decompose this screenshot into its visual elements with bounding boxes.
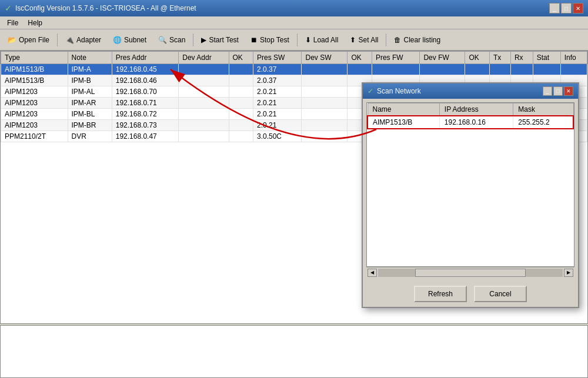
table-cell bbox=[229, 75, 253, 86]
toolbar: 📂 Open File 🔌 Adapter 🌐 Subnet 🔍 Scan ▶ … bbox=[0, 29, 588, 51]
dialog-footer: Refresh Cancel bbox=[363, 281, 578, 307]
set-all-button[interactable]: ⬆ Set All bbox=[345, 32, 383, 48]
dialog-title-icon: ✓ bbox=[368, 87, 373, 95]
dialog-title-bar: ✓ Scan Network _ □ ✕ bbox=[363, 83, 578, 99]
table-cell: 192.168.0.71 bbox=[112, 98, 179, 109]
table-cell bbox=[179, 120, 229, 131]
scan-network-dialog: ✓ Scan Network _ □ ✕ Name IP Address Mas… bbox=[362, 82, 579, 308]
scan-col-ip: IP Address bbox=[439, 103, 513, 116]
start-test-button[interactable]: ▶ Start Test bbox=[196, 32, 243, 48]
stop-test-button[interactable]: ⏹ Stop Test bbox=[245, 32, 295, 48]
minimize-button[interactable]: _ bbox=[549, 3, 560, 14]
table-cell: IPM-AR bbox=[68, 98, 112, 109]
table-cell bbox=[465, 64, 489, 75]
table-cell: 2.0.37 bbox=[253, 75, 302, 86]
dialog-maximize-button[interactable]: □ bbox=[553, 86, 563, 96]
table-cell bbox=[348, 64, 372, 75]
scroll-thumb[interactable] bbox=[415, 269, 526, 277]
table-cell bbox=[179, 109, 229, 120]
dialog-window-controls: _ □ ✕ bbox=[543, 86, 573, 96]
table-cell bbox=[302, 120, 348, 131]
table-cell: 192.168.0.72 bbox=[112, 109, 179, 120]
table-row[interactable]: AIPM1513/BIPM-A192.168.0.452.0.37 bbox=[1, 64, 587, 75]
table-cell: 2.0.21 bbox=[253, 120, 302, 131]
col-dev-sw: Dev SW bbox=[302, 52, 348, 64]
cancel-button[interactable]: Cancel bbox=[474, 286, 527, 302]
table-cell: PPM2110/2T bbox=[1, 131, 68, 142]
table-cell bbox=[302, 86, 348, 98]
clear-listing-button[interactable]: 🗑 Clear listing bbox=[389, 32, 446, 48]
menu-bar: File Help bbox=[0, 16, 588, 29]
refresh-button[interactable]: Refresh bbox=[414, 286, 467, 302]
menu-file[interactable]: File bbox=[2, 18, 23, 28]
table-cell bbox=[229, 109, 253, 120]
start-test-icon: ▶ bbox=[201, 36, 206, 44]
open-file-button[interactable]: 📂 Open File bbox=[2, 32, 55, 48]
col-note: Note bbox=[68, 52, 112, 64]
load-all-label: Load All bbox=[313, 36, 339, 44]
adapter-icon: 🔌 bbox=[65, 36, 74, 44]
table-cell: 3.0.50C bbox=[253, 131, 302, 142]
table-cell: 192.168.0.45 bbox=[112, 64, 179, 75]
load-all-button[interactable]: ⬇ Load All bbox=[300, 32, 344, 48]
toolbar-sep-1 bbox=[57, 34, 58, 46]
col-info: Info bbox=[560, 52, 587, 64]
start-test-label: Start Test bbox=[209, 36, 238, 44]
table-cell bbox=[510, 64, 533, 75]
table-cell: IPM-A bbox=[68, 64, 112, 75]
scan-table-row[interactable]: AIMP1513/B192.168.0.16255.255.2 bbox=[368, 116, 573, 129]
load-all-icon: ⬇ bbox=[305, 36, 311, 44]
table-cell bbox=[179, 131, 229, 142]
scroll-track[interactable] bbox=[378, 269, 563, 277]
scan-table-cell: 255.255.2 bbox=[513, 116, 573, 129]
dialog-table-container: Name IP Address Mask AIMP1513/B192.168.0… bbox=[366, 102, 574, 267]
dialog-body: Name IP Address Mask AIMP1513/B192.168.0… bbox=[363, 99, 578, 281]
stop-test-icon: ⏹ bbox=[250, 36, 258, 44]
table-cell: 192.168.0.70 bbox=[112, 86, 179, 98]
log-area[interactable] bbox=[0, 325, 588, 378]
scan-button[interactable]: 🔍 Scan bbox=[153, 32, 191, 48]
scan-icon: 🔍 bbox=[158, 36, 167, 44]
scroll-right-arrow-dialog[interactable]: ▶ bbox=[564, 269, 573, 277]
col-dev-addr: Dev Addr bbox=[179, 52, 229, 64]
table-cell: DVR bbox=[68, 131, 112, 142]
adapter-label: Adapter bbox=[76, 36, 101, 44]
clear-listing-icon: 🗑 bbox=[394, 36, 401, 44]
dialog-scrollbar[interactable]: ◀ ▶ bbox=[366, 267, 574, 277]
scan-label: Scan bbox=[169, 36, 185, 44]
table-cell: 2.0.21 bbox=[253, 98, 302, 109]
dialog-title-text: Scan Network bbox=[377, 87, 421, 95]
col-ok3: OK bbox=[465, 52, 489, 64]
toolbar-sep-3 bbox=[297, 34, 298, 46]
table-cell bbox=[302, 109, 348, 120]
table-cell bbox=[302, 75, 348, 86]
table-cell: AIPM1203 bbox=[1, 86, 68, 98]
table-cell bbox=[533, 64, 560, 75]
maximize-button[interactable]: □ bbox=[561, 3, 572, 14]
close-button[interactable]: ✕ bbox=[573, 3, 583, 14]
toolbar-sep-2 bbox=[193, 34, 193, 46]
subnet-button[interactable]: 🌐 Subnet bbox=[108, 32, 152, 48]
table-header-row: Type Note Pres Addr Dev Addr OK Pres SW … bbox=[1, 52, 587, 64]
scan-table-cell: AIMP1513/B bbox=[368, 116, 439, 129]
scroll-left-arrow[interactable]: ◀ bbox=[368, 269, 377, 277]
dialog-minimize-button[interactable]: _ bbox=[543, 86, 552, 96]
dialog-title-left: ✓ Scan Network bbox=[368, 87, 421, 95]
menu-help[interactable]: Help bbox=[23, 18, 47, 28]
scan-col-name: Name bbox=[368, 103, 439, 116]
dialog-close-button[interactable]: ✕ bbox=[564, 86, 573, 96]
title-bar-left: ✓ IscConfig Version 1.5.7.6 - ISC-TRIOSE… bbox=[5, 4, 196, 13]
open-file-icon: 📂 bbox=[8, 36, 16, 44]
set-all-label: Set All bbox=[358, 36, 378, 44]
scan-col-mask: Mask bbox=[513, 103, 573, 116]
clear-listing-label: Clear listing bbox=[403, 36, 440, 44]
scan-table-header: Name IP Address Mask bbox=[368, 103, 573, 116]
table-cell bbox=[302, 64, 348, 75]
table-cell bbox=[372, 64, 420, 75]
col-ok1: OK bbox=[229, 52, 253, 64]
adapter-button[interactable]: 🔌 Adapter bbox=[60, 32, 106, 48]
table-cell: IPM-B bbox=[68, 75, 112, 86]
col-stat: Stat bbox=[533, 52, 560, 64]
table-cell bbox=[229, 131, 253, 142]
col-tx: Tx bbox=[489, 52, 510, 64]
